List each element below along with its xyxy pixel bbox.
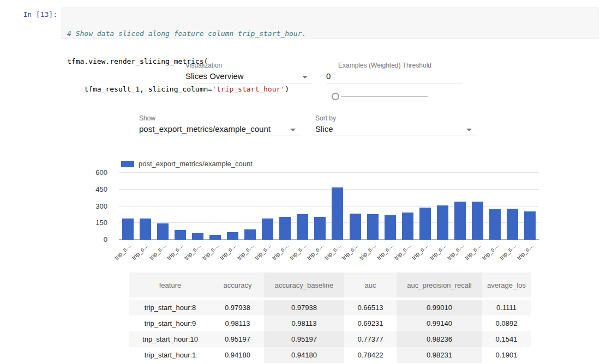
code-line-3: tfma_result_1, slicing_column='trip_star… (67, 84, 593, 94)
bar-slot (136, 173, 154, 240)
y-tick-label: 300 (82, 202, 107, 211)
slider-knob[interactable] (332, 93, 339, 100)
threshold-value: 0 (326, 71, 331, 81)
table-header: featureaccuracyaccuracy_baselineaucauc_p… (129, 272, 531, 300)
bar[interactable] (437, 205, 448, 240)
table-cell: 0.1541 (482, 331, 531, 347)
bar[interactable] (192, 233, 203, 240)
threshold-slider[interactable] (332, 93, 430, 101)
bar[interactable] (367, 214, 379, 240)
bar[interactable] (524, 211, 536, 240)
table-cell: 0.94180 (264, 347, 344, 363)
y-tick-label: 150 (82, 219, 107, 227)
table-row: trip_start_hour:100.951970.951970.773770… (129, 331, 531, 347)
table-cell: 0.66513 (344, 300, 397, 316)
table-cell: trip_start_hour:10 (129, 331, 211, 347)
bar[interactable] (507, 209, 518, 240)
sort-by-dropdown[interactable]: Slice (315, 124, 476, 136)
bar[interactable] (419, 208, 431, 240)
table-cell: 0.98231 (397, 347, 482, 363)
bar[interactable] (209, 235, 221, 240)
bar[interactable] (244, 229, 256, 240)
bar-slot (311, 173, 329, 240)
column-header[interactable]: accuracy_baseline (264, 272, 344, 300)
legend-label: post_export_metrics/example_count (139, 160, 253, 168)
table-cell: 0.95197 (211, 331, 264, 347)
table-cell: 0.95197 (264, 331, 344, 347)
column-header[interactable]: accuracy (211, 272, 264, 300)
visualization-dropdown[interactable]: Slices Overview (185, 71, 312, 83)
column-header[interactable]: average_los (482, 272, 531, 300)
bar[interactable] (402, 213, 413, 240)
code-string-literal: 'trip_start_hour' (212, 85, 285, 93)
bar[interactable] (350, 214, 361, 240)
bar-slot (487, 173, 504, 240)
table-row: trip_start_hour:80.979380.979380.665130.… (129, 300, 531, 316)
bar[interactable] (227, 232, 238, 240)
bar[interactable] (385, 215, 396, 240)
column-header[interactable]: auc_precision_recall (397, 272, 482, 300)
table-cell: 0.77377 (344, 331, 397, 347)
bar[interactable] (332, 187, 343, 240)
table-cell: 0.94180 (211, 347, 264, 363)
threshold-input[interactable]: 0 (326, 71, 463, 83)
bar[interactable] (454, 202, 466, 240)
bar-slot (346, 173, 364, 240)
table-cell: 0.97938 (264, 300, 344, 316)
visualization-label: Visualization (185, 62, 222, 69)
bar-slot (206, 173, 224, 240)
table-cell: 0.0892 (482, 316, 531, 331)
column-header[interactable]: auc (344, 272, 397, 300)
show-value: post_export_metrics/example_count (139, 124, 271, 134)
bar-slot (224, 173, 241, 240)
bar-slot (504, 173, 521, 240)
bar[interactable] (489, 209, 501, 240)
bar[interactable] (472, 202, 483, 240)
bar[interactable] (122, 219, 134, 240)
plot-area (119, 173, 539, 240)
bar[interactable] (175, 230, 186, 240)
bar[interactable] (314, 217, 326, 240)
y-axis: 0150300450600 (82, 173, 113, 240)
bar-slot (381, 173, 399, 240)
metrics-table: featureaccuracyaccuracy_baselineaucauc_p… (129, 272, 531, 363)
table-cell: 0.99140 (397, 316, 482, 331)
bar[interactable] (279, 217, 291, 240)
legend-swatch (121, 161, 134, 167)
chevron-down-icon[interactable] (466, 129, 472, 131)
table-cell: 0.98236 (397, 331, 482, 347)
bar-slot (294, 173, 311, 240)
chevron-down-icon[interactable] (290, 129, 296, 131)
x-tick: trip_s… (521, 242, 539, 262)
table-cell: 0.98113 (211, 316, 264, 331)
show-dropdown[interactable]: post_export_metrics/example_count (139, 124, 300, 136)
bar-slot (242, 173, 259, 240)
bar-slot (171, 173, 189, 240)
bar-slot (434, 173, 451, 240)
bar-slot (329, 173, 346, 240)
column-header[interactable]: feature (129, 272, 211, 300)
bar-slot (416, 173, 434, 240)
table-header-row: featureaccuracyaccuracy_baselineaucauc_p… (129, 272, 531, 300)
slider-track[interactable] (341, 96, 428, 97)
bar-slot (259, 173, 277, 240)
bar[interactable] (140, 219, 151, 240)
bar-slot (154, 173, 171, 240)
cell-prompt: In [13]: (0, 10, 57, 19)
bar-slot (521, 173, 539, 240)
bar-slot (469, 173, 487, 240)
table-cell: 0.69231 (344, 316, 397, 331)
table-cell: 0.1111 (482, 300, 531, 316)
bar[interactable] (157, 223, 169, 240)
code-cell[interactable]: # Show data sliced along feature column … (62, 8, 598, 39)
bar[interactable] (262, 219, 273, 240)
x-tick-label: trip_s… (113, 242, 132, 261)
table-row: trip_start_hour:90.981130.981130.692310.… (129, 316, 531, 331)
bar-slot (189, 173, 206, 240)
bar[interactable] (297, 214, 308, 240)
code-line-2: tfma.view.render_slicing_metrics( (67, 57, 593, 66)
visualization-value: Slices Overview (185, 71, 244, 81)
table-row: trip_start_hour:10.941800.941800.784220.… (129, 347, 531, 363)
chevron-down-icon[interactable] (302, 76, 308, 78)
y-tick-label: 450 (82, 185, 107, 194)
